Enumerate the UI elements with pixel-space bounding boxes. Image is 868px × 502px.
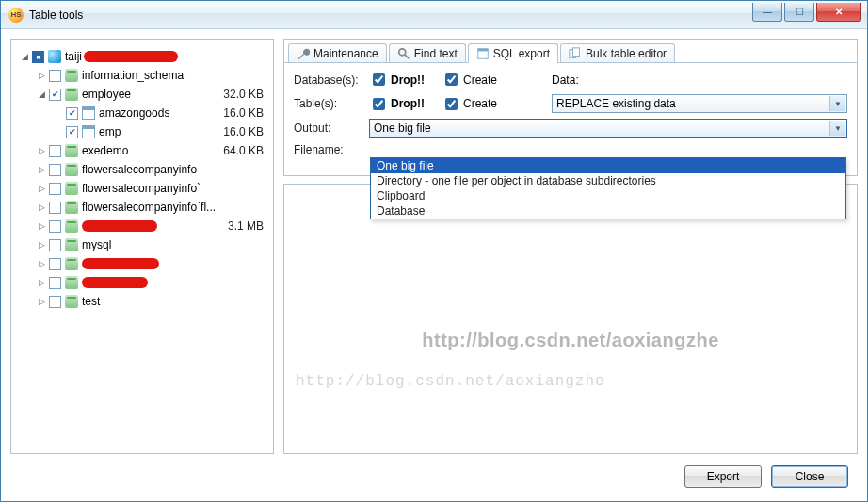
expander-icon[interactable]: ◢ bbox=[19, 52, 30, 61]
tab-maintenance[interactable]: Maintenance bbox=[288, 43, 387, 63]
dropdown-item-directory[interactable]: Directory - one file per object in datab… bbox=[371, 173, 845, 188]
tree-item[interactable]: ▷ test bbox=[15, 292, 269, 311]
window-close-button[interactable]: ✕ bbox=[816, 3, 861, 22]
tree-item-size: 32.0 KB bbox=[223, 88, 264, 101]
checkbox-icon[interactable] bbox=[49, 258, 61, 270]
tbl-create-checkbox[interactable]: Create bbox=[442, 95, 497, 113]
checkbox-icon[interactable] bbox=[32, 51, 44, 63]
tree-item[interactable]: ▷ emp 16.0 KB bbox=[15, 122, 269, 141]
tree-item-label: flowersalecompanyinfo` bbox=[82, 182, 201, 195]
redaction bbox=[82, 220, 157, 232]
expander-icon[interactable]: ▷ bbox=[36, 184, 47, 193]
tree-item-size: 64.0 KB bbox=[223, 144, 264, 157]
tab-find[interactable]: Find text bbox=[389, 43, 466, 63]
chevron-down-icon[interactable]: ▼ bbox=[829, 96, 845, 111]
tree-item[interactable]: ▷ flowersalecompanyinfo` bbox=[15, 179, 269, 198]
tree-item[interactable]: ▷ mysql bbox=[15, 235, 269, 254]
options-panel: Maintenance Find text SQL export Bu bbox=[283, 39, 858, 176]
tree-item[interactable]: ▷ bbox=[15, 254, 269, 273]
data-combo[interactable]: REPLACE existing data ▼ bbox=[552, 94, 847, 113]
checkbox-input[interactable] bbox=[445, 98, 458, 110]
output-panel: http://blog.csdn.net/aoxiangzhe http://b… bbox=[283, 184, 858, 454]
expander-icon[interactable]: ▷ bbox=[36, 221, 47, 231]
tree-item[interactable]: ▷ flowersalecompanyinfo bbox=[15, 160, 269, 179]
chevron-down-icon[interactable]: ▼ bbox=[829, 121, 845, 136]
database-icon bbox=[65, 219, 78, 233]
combo-value: REPLACE existing data bbox=[556, 97, 676, 110]
expander-icon[interactable]: ◢ bbox=[36, 89, 47, 99]
data-label: Data: bbox=[552, 73, 579, 87]
output-combo[interactable]: One big file ▼ bbox=[369, 119, 847, 138]
tree-item-label: amazongoods bbox=[99, 106, 169, 120]
expander-icon[interactable]: ▷ bbox=[36, 278, 47, 287]
tree-item-employee[interactable]: ◢ employee 32.0 KB bbox=[15, 85, 269, 104]
tab-label: Bulk table editor bbox=[586, 47, 667, 60]
database-icon bbox=[65, 182, 78, 195]
dropdown-item-one-big-file[interactable]: One big file bbox=[371, 158, 845, 173]
tabstrip: Maintenance Find text SQL export Bu bbox=[284, 40, 857, 63]
checkbox-icon[interactable] bbox=[49, 296, 61, 308]
close-button[interactable]: Close bbox=[771, 465, 848, 488]
db-drop-checkbox[interactable]: Drop!! bbox=[369, 71, 425, 89]
checkbox-input[interactable] bbox=[445, 73, 458, 86]
checkbox-input[interactable] bbox=[373, 73, 385, 86]
tree-item[interactable]: ▷ information_schema bbox=[15, 66, 269, 85]
filename-label: Filename: bbox=[294, 143, 362, 156]
redaction bbox=[82, 258, 159, 269]
expander-icon[interactable]: ▷ bbox=[36, 259, 47, 268]
expander-icon[interactable]: ▷ bbox=[36, 202, 47, 212]
export-button[interactable]: Export bbox=[684, 465, 762, 488]
checkbox-icon[interactable] bbox=[49, 145, 61, 157]
tree-item-label: exedemo bbox=[82, 144, 128, 157]
tab-bulk[interactable]: Bulk table editor bbox=[560, 43, 675, 63]
checkbox-icon[interactable] bbox=[49, 89, 61, 101]
expander-icon[interactable]: ▷ bbox=[36, 297, 47, 306]
checkbox-icon[interactable] bbox=[66, 126, 78, 138]
redaction bbox=[82, 277, 148, 288]
panels: ◢ taiji ▷ information_schema ◢ employ bbox=[10, 39, 858, 454]
checkbox-icon[interactable] bbox=[49, 164, 61, 176]
checkbox-input[interactable] bbox=[373, 98, 385, 110]
row-databases: Database(s): Drop!! Create Data: bbox=[294, 71, 847, 89]
tree-item[interactable]: ▷ bbox=[15, 273, 269, 292]
server-icon bbox=[48, 50, 61, 63]
checkbox-icon[interactable] bbox=[49, 277, 61, 289]
tree-item[interactable]: ▷ exedemo 64.0 KB bbox=[15, 141, 269, 160]
expander-icon[interactable]: ▷ bbox=[36, 240, 47, 250]
checkbox-icon[interactable] bbox=[49, 239, 61, 251]
window-buttons: — ☐ ✕ bbox=[752, 8, 867, 22]
row-output: Output: One big file ▼ bbox=[294, 119, 847, 138]
tree-item-label: mysql bbox=[82, 238, 111, 251]
dropdown-item-clipboard[interactable]: Clipboard bbox=[371, 188, 845, 203]
watermark-text: http://blog.csdn.net/aoxiangzhe bbox=[422, 330, 719, 351]
table-icon bbox=[82, 106, 95, 120]
tree-item-label: employee bbox=[82, 88, 131, 101]
dropdown-item-database[interactable]: Database bbox=[371, 203, 845, 219]
checkbox-icon[interactable] bbox=[66, 107, 78, 120]
checkbox-icon[interactable] bbox=[49, 220, 61, 233]
database-icon bbox=[65, 201, 78, 214]
titlebar[interactable]: HS Table tools — ☐ ✕ bbox=[1, 1, 867, 29]
tab-label: Find text bbox=[414, 47, 458, 60]
svg-rect-3 bbox=[478, 49, 489, 52]
expander-icon[interactable]: ▷ bbox=[36, 165, 47, 174]
db-create-checkbox[interactable]: Create bbox=[442, 71, 497, 89]
tree-root[interactable]: ◢ taiji bbox=[15, 47, 269, 66]
output-dropdown: One big file Directory - one file per ob… bbox=[370, 157, 846, 219]
minimize-button[interactable]: — bbox=[752, 3, 782, 22]
tree-item[interactable]: ▷ flowersalecompanyinfo`fl... bbox=[15, 198, 269, 217]
tbl-drop-checkbox[interactable]: Drop!! bbox=[369, 95, 425, 113]
tree-item[interactable]: ▷ 3.1 MB bbox=[15, 217, 269, 235]
checkbox-icon[interactable] bbox=[49, 202, 61, 214]
expander-icon[interactable]: ▷ bbox=[36, 71, 47, 80]
database-icon bbox=[65, 69, 78, 82]
checkbox-icon[interactable] bbox=[49, 183, 61, 195]
tree-item-size: 16.0 KB bbox=[223, 106, 264, 120]
database-icon bbox=[65, 163, 78, 176]
tab-sql-export[interactable]: SQL export bbox=[468, 43, 558, 63]
tree-item[interactable]: ▷ amazongoods 16.0 KB bbox=[15, 104, 269, 122]
expander-icon[interactable]: ▷ bbox=[36, 146, 47, 155]
checkbox-icon[interactable] bbox=[49, 70, 61, 82]
maximize-button[interactable]: ☐ bbox=[784, 3, 814, 22]
output-label: Output: bbox=[294, 121, 362, 135]
